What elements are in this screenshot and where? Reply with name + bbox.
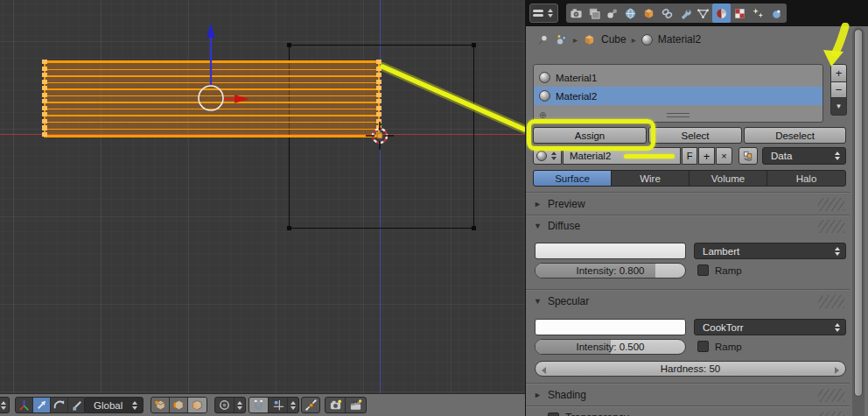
breadcrumb-object[interactable]: Cube <box>601 33 626 46</box>
tab-physics[interactable] <box>767 4 786 23</box>
face-select-button[interactable] <box>188 398 206 412</box>
proportional-edit-stepper[interactable] <box>234 398 245 412</box>
manipulate-centers-button[interactable] <box>301 397 320 413</box>
assign-button[interactable]: Assign <box>533 127 647 144</box>
collapse-arrow-icon[interactable]: ► <box>534 200 542 208</box>
expand-arrow-icon[interactable]: ▼ <box>534 297 542 306</box>
tab-halo[interactable]: Halo <box>766 170 846 187</box>
opengl-render-button[interactable] <box>326 398 346 412</box>
diffuse-shader-value: Lambert <box>703 246 739 257</box>
diffuse-intensity-slider[interactable]: Intensity: 0.800 <box>535 263 686 279</box>
mesh-vertices-right[interactable] <box>376 60 382 138</box>
material-sphere-icon <box>536 151 547 161</box>
add-material-slot-button[interactable]: + <box>830 64 847 82</box>
cube-vertex[interactable] <box>472 43 476 47</box>
hardness-slider[interactable]: Hardness: 50 <box>535 361 846 377</box>
tab-object[interactable] <box>640 4 658 23</box>
tab-render-layers[interactable] <box>585 4 604 23</box>
breadcrumb-arrow: ▸ <box>573 35 578 45</box>
mesh-vertices-left[interactable] <box>42 60 47 138</box>
transform-orientation-dropdown[interactable]: Global <box>84 397 144 413</box>
list-filter-icon[interactable]: ⊕ <box>539 111 546 120</box>
vertex-select-button[interactable] <box>151 398 170 412</box>
editor-type-selector[interactable] <box>529 4 558 23</box>
manipulator-toggle-group <box>15 397 87 413</box>
browse-material-button[interactable] <box>533 147 562 165</box>
unlink-material-button[interactable]: × <box>716 147 732 165</box>
snap-element-icon[interactable] <box>269 398 288 412</box>
cube-vertex[interactable] <box>287 226 291 230</box>
slider-left-arrow-icon[interactable] <box>542 367 546 374</box>
transparency-checkbox[interactable] <box>548 412 559 416</box>
breadcrumb: ▸ Cube ▸ Material2 <box>526 26 850 53</box>
use-nodes-button[interactable] <box>738 147 758 165</box>
diffuse-ramp-checkbox[interactable] <box>697 264 709 276</box>
panel-drag-widget[interactable] <box>818 295 844 308</box>
tab-volume[interactable]: Volume <box>689 170 767 187</box>
specular-ramp-checkbox[interactable] <box>697 341 709 352</box>
tab-constraints[interactable] <box>658 4 676 23</box>
slider-right-arrow-icon[interactable] <box>835 367 839 374</box>
panel-header-specular[interactable]: ▼ Specular <box>526 293 850 310</box>
tab-surface[interactable]: Surface <box>533 170 612 187</box>
manipulator-axes-icon[interactable] <box>16 398 33 412</box>
panel-drag-widget[interactable] <box>818 220 844 233</box>
tab-object-data[interactable] <box>695 4 713 23</box>
link-data-dropdown[interactable]: Data <box>762 147 846 165</box>
panel-header-shading[interactable]: ► Shading <box>526 386 850 404</box>
material-slot-item[interactable]: Material1 <box>534 68 822 87</box>
breadcrumb-material[interactable]: Material2 <box>658 33 701 46</box>
material-name-field[interactable]: Material2 <box>563 147 681 165</box>
tab-world[interactable] <box>621 4 640 23</box>
panel-title: Preview <box>548 198 585 210</box>
translate-manipulator-button[interactable] <box>33 398 51 412</box>
material-sphere-icon <box>539 90 550 102</box>
cube-vertex[interactable] <box>472 226 476 230</box>
tab-scene[interactable] <box>604 4 622 23</box>
remove-material-slot-button[interactable]: − <box>830 81 847 98</box>
opengl-render-anim-button[interactable] <box>346 398 366 412</box>
tab-wire[interactable]: Wire <box>611 170 690 187</box>
deselect-button[interactable]: Deselect <box>744 127 846 144</box>
panel-header-transparency[interactable]: ► Transparency <box>526 409 850 416</box>
select-button[interactable]: Select <box>648 127 742 144</box>
snap-magnet-toggle[interactable] <box>249 398 269 412</box>
tab-particles[interactable] <box>749 4 767 23</box>
3d-viewport[interactable] <box>0 0 525 393</box>
rotate-manipulator-button[interactable] <box>51 398 68 412</box>
tab-modifiers[interactable] <box>676 4 695 23</box>
proportional-edit-icon[interactable] <box>215 398 234 412</box>
panel-drag-widget[interactable] <box>818 389 844 402</box>
material-specials-menu-button[interactable]: ▼ <box>830 97 847 116</box>
panel-header-preview[interactable]: ► Preview <box>526 195 850 213</box>
tab-texture[interactable] <box>731 4 749 23</box>
cube-vertex[interactable] <box>287 43 291 47</box>
panel-drag-widget[interactable] <box>818 198 844 211</box>
panel-header-diffuse[interactable]: ▼ Diffuse <box>526 217 850 235</box>
scrollbar-thumb[interactable] <box>854 29 863 397</box>
collapse-arrow-icon[interactable]: ► <box>534 391 542 399</box>
selected-faces-mesh[interactable] <box>44 60 380 137</box>
panel-scrollbar[interactable] <box>852 27 864 416</box>
snap-element-stepper[interactable] <box>288 398 298 412</box>
blender-window: Global <box>0 0 868 416</box>
fake-user-button[interactable]: F <box>682 147 697 165</box>
material-slot-item-selected[interactable]: Material2 <box>534 87 822 105</box>
specular-color-swatch[interactable] <box>535 319 686 335</box>
diffuse-shader-dropdown[interactable]: Lambert <box>694 243 846 259</box>
new-material-button[interactable]: + <box>698 147 715 165</box>
diffuse-color-swatch[interactable] <box>535 243 686 259</box>
editor-stepper-button[interactable] <box>0 397 10 413</box>
link-data-value: Data <box>771 151 792 161</box>
pin-icon[interactable] <box>536 33 550 46</box>
specular-shader-dropdown[interactable]: CookTorr <box>694 319 846 335</box>
list-resize-grip[interactable] <box>667 113 690 117</box>
tab-material[interactable] <box>712 4 731 23</box>
expand-arrow-icon[interactable]: ▼ <box>534 222 542 230</box>
edge-select-button[interactable] <box>170 398 188 412</box>
scale-manipulator-button[interactable] <box>68 398 86 412</box>
tab-render[interactable] <box>567 4 585 23</box>
specular-intensity-slider[interactable]: Intensity: 0.500 <box>535 339 686 355</box>
panel-drag-widget[interactable] <box>818 412 844 416</box>
material-slot-list[interactable]: Material1 Material2 ⊕ <box>533 64 823 123</box>
